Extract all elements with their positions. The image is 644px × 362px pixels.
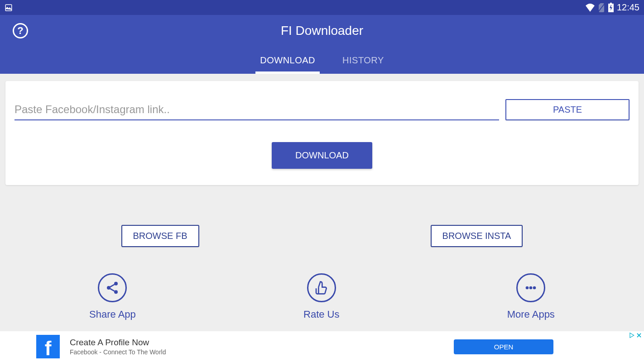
- browse-fb-button[interactable]: BROWSE FB: [121, 225, 199, 247]
- paste-button[interactable]: PASTE: [505, 99, 630, 120]
- share-app-action[interactable]: Share App: [89, 273, 136, 320]
- ad-banner[interactable]: f Create A Profile Now Facebook - Connec…: [0, 331, 644, 362]
- close-icon[interactable]: [636, 332, 642, 338]
- rate-label: Rate Us: [303, 309, 339, 320]
- tab-download[interactable]: DOWNLOAD: [246, 47, 329, 74]
- svg-line-5: [111, 285, 115, 287]
- svg-point-7: [526, 286, 529, 290]
- input-row: PASTE: [14, 99, 630, 120]
- more-apps-action[interactable]: More Apps: [507, 273, 555, 320]
- svg-point-8: [529, 286, 533, 290]
- app-title-row: ? FI Downloader: [0, 15, 644, 47]
- ad-close[interactable]: [629, 332, 642, 338]
- action-row: Share App Rate Us More Apps: [5, 273, 639, 320]
- status-time: 12:45: [617, 2, 639, 13]
- more-label: More Apps: [507, 309, 555, 320]
- ad-text: Create A Profile Now Facebook - Connect …: [70, 338, 454, 356]
- share-icon: [98, 273, 127, 302]
- share-label: Share App: [89, 309, 136, 320]
- link-input[interactable]: [14, 100, 499, 120]
- download-card: PASTE DOWNLOAD: [5, 81, 639, 185]
- battery-charging-icon: [608, 3, 614, 13]
- ad-open-button[interactable]: OPEN: [454, 339, 553, 354]
- more-icon: [516, 273, 545, 302]
- ad-title: Create A Profile Now: [70, 338, 454, 348]
- svg-point-2: [114, 282, 118, 286]
- rate-us-action[interactable]: Rate Us: [303, 273, 339, 320]
- ad-subtitle: Facebook - Connect To The World: [70, 348, 454, 356]
- app-title: FI Downloader: [13, 24, 631, 38]
- image-notification-icon: [5, 4, 13, 12]
- thumbs-up-icon: [307, 273, 336, 302]
- content: PASTE DOWNLOAD BROWSE FB BROWSE INSTA Sh…: [0, 74, 644, 331]
- svg-point-4: [114, 290, 118, 294]
- status-left: [5, 4, 13, 12]
- tabs: DOWNLOAD HISTORY: [0, 47, 644, 74]
- svg-point-3: [107, 286, 111, 290]
- svg-line-6: [111, 289, 115, 291]
- app-header: ? FI Downloader DOWNLOAD HISTORY: [0, 15, 644, 74]
- ad-logo: f: [36, 335, 60, 358]
- status-right: 12:45: [585, 2, 639, 13]
- svg-point-9: [533, 286, 536, 290]
- tab-history[interactable]: HISTORY: [329, 47, 398, 74]
- no-sim-icon: [598, 3, 605, 12]
- adchoices-icon: [629, 332, 635, 338]
- browse-insta-button[interactable]: BROWSE INSTA: [431, 225, 523, 247]
- browse-row: BROWSE FB BROWSE INSTA: [5, 225, 639, 247]
- wifi-icon: [585, 4, 595, 12]
- download-button[interactable]: DOWNLOAD: [272, 142, 372, 169]
- status-bar: 12:45: [0, 0, 644, 15]
